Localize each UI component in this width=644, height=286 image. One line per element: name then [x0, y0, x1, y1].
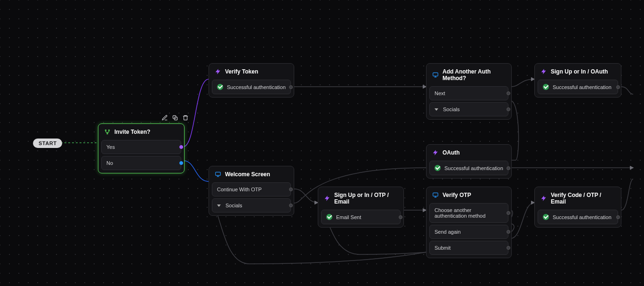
- svg-rect-6: [216, 172, 221, 175]
- svg-point-3: [105, 130, 106, 131]
- option-choose-another[interactable]: Choose another authentication method: [429, 203, 508, 223]
- success-icon: [217, 84, 223, 90]
- success-icon: [543, 214, 549, 220]
- svg-rect-2: [184, 116, 187, 120]
- chevron-down-icon: [435, 108, 438, 111]
- node-header: Invite Token?: [98, 124, 184, 140]
- start-node[interactable]: START: [33, 139, 62, 148]
- item-label: Successful authentication: [444, 165, 503, 171]
- item-label: Send again: [435, 229, 461, 235]
- node-header: Verify Token: [209, 64, 294, 80]
- node-header: Add Another Auth Method?: [427, 64, 511, 86]
- option-label: Yes: [106, 144, 115, 150]
- output-port[interactable]: [507, 230, 510, 234]
- branch-option-yes[interactable]: Yes: [101, 140, 181, 154]
- output-port[interactable]: [507, 246, 510, 250]
- node-title: Verify Token: [225, 68, 258, 75]
- svg-rect-8: [433, 193, 438, 196]
- branch-icon: [104, 129, 111, 135]
- item-label: Continue With OTP: [217, 187, 262, 192]
- node-header: Sign Up or In / OTP / Email: [318, 187, 403, 210]
- node-title: Invite Token?: [114, 129, 150, 135]
- option-send-again[interactable]: Send again: [429, 225, 508, 239]
- screen-icon: [432, 72, 439, 78]
- node-header: Verify Code / OTP / Email: [535, 187, 621, 210]
- success-icon: [543, 84, 549, 90]
- node-header: Welcome Screen: [209, 166, 294, 182]
- bolt-icon: [540, 195, 547, 202]
- branch-option-no[interactable]: No: [101, 156, 181, 170]
- item-label: Successful authentication: [227, 84, 286, 90]
- option-next[interactable]: Next: [429, 86, 508, 100]
- output-port[interactable]: [289, 204, 293, 207]
- node-title: Add Another Auth Method?: [443, 68, 506, 82]
- item-label: Socials: [225, 203, 242, 208]
- success-icon: [435, 165, 441, 171]
- output-port[interactable]: [399, 215, 402, 219]
- svg-rect-7: [433, 73, 438, 76]
- result-success[interactable]: Successful authentication: [212, 80, 291, 94]
- node-verify-code[interactable]: Verify Code / OTP / Email Successful aut…: [534, 187, 621, 228]
- node-title: Sign Up or In / OTP / Email: [334, 192, 398, 205]
- item-label: Successful authentication: [553, 84, 612, 90]
- node-welcome-screen[interactable]: Welcome Screen Continue With OTP Socials: [209, 166, 294, 216]
- node-verify-otp[interactable]: Verify OTP Choose another authentication…: [426, 187, 512, 258]
- delete-button[interactable]: [182, 114, 189, 122]
- output-port[interactable]: [507, 211, 510, 215]
- option-submit[interactable]: Submit: [429, 241, 508, 255]
- item-label: Next: [435, 90, 445, 96]
- node-title: Welcome Screen: [225, 171, 270, 178]
- option-continue-otp[interactable]: Continue With OTP: [212, 182, 291, 196]
- edit-button[interactable]: [161, 114, 169, 122]
- node-title: Verify Code / OTP / Email: [551, 192, 615, 205]
- output-port[interactable]: [507, 107, 510, 111]
- option-socials[interactable]: Socials: [429, 102, 508, 116]
- node-verify-token[interactable]: Verify Token Successful authentication: [209, 63, 294, 98]
- bolt-icon: [432, 149, 439, 156]
- screen-icon: [215, 171, 221, 178]
- svg-point-4: [108, 130, 109, 131]
- output-port[interactable]: [289, 85, 293, 89]
- output-port[interactable]: [507, 166, 510, 170]
- node-signup-otp-email[interactable]: Sign Up or In / OTP / Email Email Sent: [318, 187, 404, 228]
- node-toolbar: [161, 114, 189, 122]
- item-label: Socials: [443, 106, 459, 112]
- flow-canvas[interactable]: START Invite Token? Yes No: [0, 0, 644, 286]
- item-label: Email Sent: [336, 214, 361, 220]
- success-icon: [326, 214, 332, 220]
- svg-point-5: [107, 133, 108, 134]
- item-label: Successful authentication: [553, 214, 612, 220]
- node-add-another-auth[interactable]: Add Another Auth Method? Next Socials: [426, 63, 512, 120]
- output-port[interactable]: [507, 91, 510, 95]
- item-label: Submit: [435, 245, 451, 251]
- option-label: No: [106, 160, 113, 166]
- bolt-icon: [215, 68, 221, 75]
- result-success[interactable]: Successful authentication: [538, 210, 618, 224]
- output-port[interactable]: [179, 145, 183, 149]
- bolt-icon: [540, 68, 547, 75]
- node-title: Sign Up or In / OAuth: [551, 68, 608, 75]
- option-socials[interactable]: Socials: [212, 198, 291, 212]
- result-success[interactable]: Successful authentication: [429, 161, 508, 175]
- node-header: Verify OTP: [427, 187, 511, 203]
- start-label: START: [39, 140, 56, 146]
- node-invite-token[interactable]: Invite Token? Yes No: [98, 123, 185, 173]
- screen-icon: [432, 192, 439, 198]
- result-success[interactable]: Successful authentication: [538, 80, 618, 94]
- bolt-icon: [324, 195, 330, 202]
- output-port[interactable]: [616, 215, 620, 219]
- chevron-down-icon: [217, 204, 221, 207]
- output-port[interactable]: [616, 85, 620, 89]
- node-title: OAuth: [443, 149, 460, 156]
- node-header: Sign Up or In / OAuth: [535, 64, 621, 80]
- node-header: OAuth: [427, 145, 511, 161]
- output-port[interactable]: [289, 188, 293, 191]
- node-signup-oauth[interactable]: Sign Up or In / OAuth Successful authent…: [534, 63, 621, 98]
- node-title: Verify OTP: [443, 192, 471, 198]
- output-port[interactable]: [179, 161, 183, 165]
- result-email-sent[interactable]: Email Sent: [321, 210, 401, 224]
- item-label: Choose another authentication method: [435, 207, 503, 219]
- duplicate-button[interactable]: [171, 114, 179, 122]
- node-oauth[interactable]: OAuth Successful authentication: [426, 144, 512, 179]
